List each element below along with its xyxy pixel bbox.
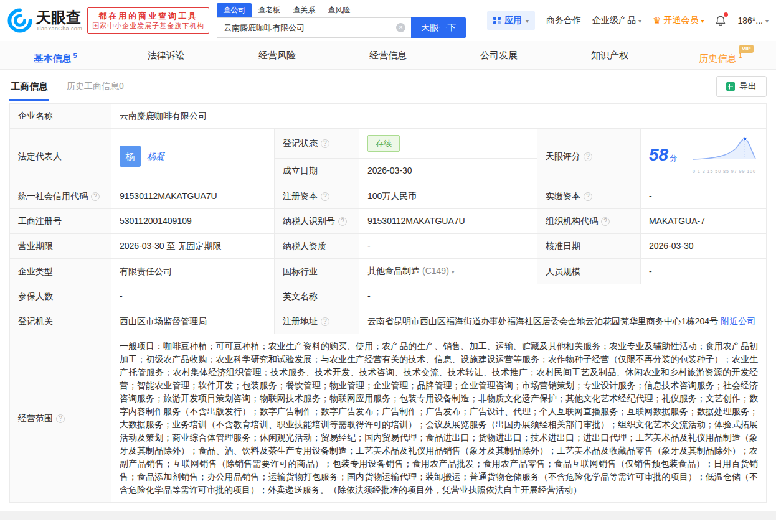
staff-size-label: 人员规模 <box>537 259 641 284</box>
promo-line1: 都在用的商业查询工具 <box>92 11 204 21</box>
crown-icon: ♛ <box>653 15 661 26</box>
paid-capital-value: - <box>641 184 767 209</box>
caret-down-icon: ▾ <box>765 17 769 24</box>
english-name-value: - <box>359 284 767 309</box>
reg-number-value: 530112001409109 <box>111 209 275 234</box>
avatar[interactable]: 杨 <box>120 146 141 167</box>
tab-intellectual-property[interactable]: 知识产权 <box>554 41 665 69</box>
reg-capital-value: 100万人民币 <box>359 184 537 209</box>
nearby-companies-link[interactable]: 附近公司 <box>721 316 755 326</box>
subtab-business-registration[interactable]: 工商信息 <box>9 72 49 101</box>
tab-history-info[interactable]: 历史信息1 VIP <box>665 41 776 69</box>
export-label: 导出 <box>739 81 757 92</box>
table-row: 企业类型 有限责任公司 国标行业 其他食品制造(C149)▾ 人员规模 - <box>10 259 767 284</box>
enterprise-products-menu[interactable]: 企业级产品 ▾ <box>592 15 641 26</box>
tab-label: 经营风险 <box>258 50 296 60</box>
search-input[interactable] <box>217 17 411 38</box>
main-nav-tabs: 基本信息5 法律诉讼 经营风险 经营信息 公司发展 知识产权 历史信息1 VIP <box>0 41 776 70</box>
header-menu: 应用 ▾ 商务合作 企业级产品 ▾ ♛ 开通会员 ▾ 186*.. <box>487 11 769 30</box>
help-icon[interactable]: ? <box>338 217 347 226</box>
account-phone: 186*... <box>737 16 762 26</box>
reg-authority-label: 登记机关 <box>10 309 111 334</box>
company-type-label: 企业类型 <box>10 259 111 284</box>
notification-dot <box>724 12 728 17</box>
apps-menu[interactable]: 应用 ▾ <box>487 11 535 30</box>
tab-label: 基本信息 <box>34 53 71 63</box>
tab-count: 5 <box>73 52 77 59</box>
caret-down-icon: ▾ <box>701 17 704 24</box>
help-icon[interactable]: ? <box>601 217 610 226</box>
reg-authority-value: 西山区市场监督管理局 <box>111 309 275 334</box>
table-row: 登记机关 西山区市场监督管理局 注册地址? 云南省昆明市西山区福海街道办事处福海… <box>10 309 767 334</box>
staff-size-value: - <box>641 259 767 284</box>
search-tab-boss[interactable]: 查老板 <box>252 3 286 17</box>
reg-status-label: 登记状态? <box>275 129 359 159</box>
tab-company-development[interactable]: 公司发展 <box>443 41 554 69</box>
legal-rep-link[interactable]: 杨凝 <box>147 150 164 163</box>
caret-down-icon: ▾ <box>638 17 641 24</box>
chevron-down-icon[interactable]: ▾ <box>452 268 455 275</box>
approval-date-value: 2026-03-30 <box>641 234 767 259</box>
vip-upgrade-menu[interactable]: ♛ 开通会员 ▾ <box>653 15 704 26</box>
tab-legal-proceedings[interactable]: 法律诉讼 <box>111 41 222 69</box>
business-term-label: 营业期限 <box>10 234 111 259</box>
industry-label: 国标行业 <box>275 259 359 284</box>
reg-status-cell: 存续 <box>359 129 537 159</box>
vip-label: 开通会员 <box>663 15 698 26</box>
search-area: 查公司 查老板 查关系 查风险 ✕ 天眼一下 <box>217 3 466 38</box>
tab-basic-info[interactable]: 基本信息5 <box>0 41 111 69</box>
sub-tab-bar: 工商信息 历史工商信息0 导出 <box>0 70 776 103</box>
industry-value-cell: 其他食品制造(C149)▾ <box>359 259 537 284</box>
tab-label: 经营信息 <box>369 50 407 60</box>
promo-badge: 都在用的商业查询工具 国家中小企业发展子基金旗下机构 <box>87 7 209 34</box>
export-button[interactable]: 导出 <box>716 76 767 97</box>
tianyan-score-cell[interactable]: 58分 0 1 3 15 50 85 97 99 100 <box>641 129 767 184</box>
status-badge: 存续 <box>367 135 400 152</box>
help-icon[interactable]: ? <box>91 192 100 201</box>
org-code-label: 组织机构代码? <box>537 209 641 234</box>
score-chart: 0 1 3 15 50 85 97 99 100 <box>692 134 758 178</box>
establish-date-value: 2026-03-30 <box>359 158 537 184</box>
apps-label: 应用 <box>504 15 522 26</box>
search-button[interactable]: 天眼一下 <box>411 17 466 38</box>
search-tab-relation[interactable]: 查关系 <box>286 3 321 17</box>
reg-address-cell: 云南省昆明市西山区福海街道办事处福海社区居委会金地云泊花园梵华里商务中心1栋20… <box>359 309 767 334</box>
help-icon[interactable]: ? <box>56 414 65 423</box>
logo-subtitle: TianYanCha.com <box>36 26 82 32</box>
table-row: 统一社会信用代码? 91530112MAKATGUA7U 注册资本? 100万人… <box>10 184 767 209</box>
tianyancha-logo[interactable]: 天眼查 TianYanCha.com <box>7 8 82 33</box>
score-ticks: 0 1 3 15 50 85 97 99 100 <box>692 165 757 178</box>
reg-number-label: 工商注册号 <box>10 209 111 234</box>
help-icon[interactable]: ? <box>321 192 329 201</box>
search-tabs: 查公司 查老板 查关系 查风险 <box>217 3 466 17</box>
english-name-label: 英文名称 <box>275 284 359 309</box>
business-cooperation-link[interactable]: 商务合作 <box>546 15 581 26</box>
tab-label: 法律诉讼 <box>148 50 185 60</box>
legal-rep-label: 法定代表人 <box>10 129 111 184</box>
notification-bell[interactable] <box>715 14 726 27</box>
table-row: 工商注册号 530112001409109 纳税人识别号? 91530112MA… <box>10 209 767 234</box>
help-icon[interactable]: ? <box>321 317 329 326</box>
help-icon[interactable]: ? <box>584 152 592 161</box>
account-menu[interactable]: 186*... ▾ <box>737 16 769 26</box>
excel-icon <box>726 82 735 91</box>
establish-date-label: 成立日期 <box>275 158 359 184</box>
score-unit: 分 <box>670 154 677 162</box>
help-icon[interactable]: ? <box>321 139 329 148</box>
tab-business-info[interactable]: 经营信息 <box>333 41 443 69</box>
business-scope-label: 经营范围? <box>10 334 111 503</box>
tab-label: 知识产权 <box>591 50 628 60</box>
enterprise-products-label: 企业级产品 <box>592 15 636 26</box>
tab-operating-risk[interactable]: 经营风险 <box>222 41 333 69</box>
industry-value: 其他食品制造 <box>367 266 420 276</box>
insured-count-value: - <box>111 284 275 309</box>
tianyancha-logo-icon <box>7 8 32 33</box>
search-box: ✕ 天眼一下 <box>217 17 466 38</box>
subtab-history-registration[interactable]: 历史工商信息0 <box>67 81 124 92</box>
business-term-value: 2026-03-30 至 无固定期限 <box>111 234 275 259</box>
help-icon[interactable]: ? <box>584 192 592 201</box>
credit-code-value: 91530112MAKATGUA7U <box>111 184 275 209</box>
taxpayer-id-value: 91530112MAKATGUA7U <box>359 209 537 234</box>
search-tab-company[interactable]: 查公司 <box>217 3 252 17</box>
search-tab-risk[interactable]: 查风险 <box>321 3 356 17</box>
